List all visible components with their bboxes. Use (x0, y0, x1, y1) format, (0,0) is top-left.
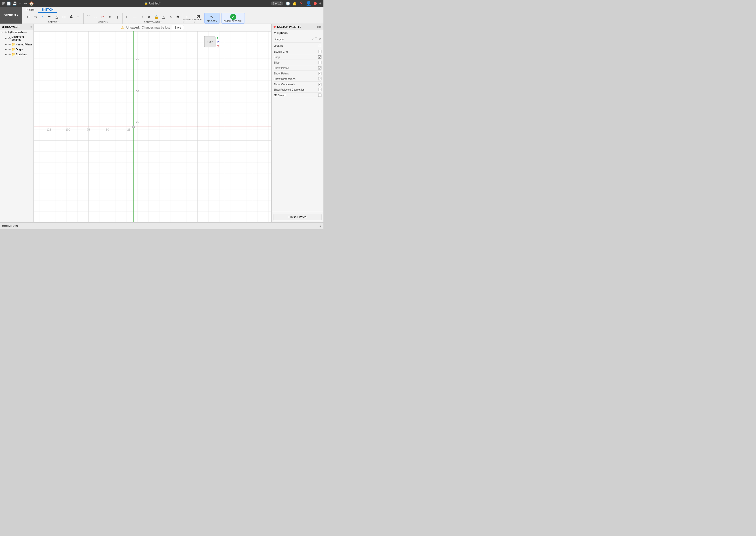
show-profile-row: Show Profile (273, 65, 322, 71)
right-panel: SKETCH PALETTE ▶▶ ▼ Options Linetype < ⌒… (271, 24, 324, 222)
history-icon[interactable]: 🕐 (286, 2, 290, 6)
undo-btn[interactable]: ↩ (18, 1, 22, 6)
show-constraints-row: Show Constraints (273, 82, 322, 87)
line-tool[interactable]: ↩ (24, 14, 32, 20)
comments-add-icon[interactable]: ● (320, 224, 322, 228)
trim-tool[interactable]: ✂ (100, 14, 107, 20)
redo-btn[interactable]: ↪ (23, 1, 27, 6)
tab-sketch[interactable]: SKETCH (38, 7, 57, 13)
spline-tool[interactable]: 〜 (46, 14, 53, 20)
unsaved-bar: ⚠ Unsaved: Changes may be lost Save (34, 24, 271, 31)
sketches-label: Sketches (16, 53, 27, 56)
sketches-expand-icon: ▶ (5, 53, 8, 55)
user-avatar[interactable]: 👤 (306, 1, 311, 6)
sketch-grid-checkbox[interactable] (318, 50, 322, 53)
browser-sketches[interactable]: ▶ 👁 📁 Sketches (0, 52, 34, 57)
snap-checkbox[interactable] (318, 55, 322, 58)
modify-wrapper: ⌒ ⌓ ✂ ⊂ ∫ MODIFY ▾ (85, 14, 121, 23)
help-icon[interactable]: ❓ (299, 2, 303, 6)
tab-form[interactable]: FORM (22, 7, 38, 13)
save-button[interactable]: Save (172, 25, 184, 30)
slice-checkbox[interactable] (318, 61, 322, 64)
look-at-icon[interactable]: ⊡ (319, 44, 322, 48)
sketches-eye-icon[interactable]: 👁 (9, 53, 11, 56)
slot-tool[interactable]: ⊟ (60, 14, 68, 20)
constraints-group: ⊢ — ⊙ ✕ 🔒 △ ○ ✱ CONSTRAINTS ▾ (122, 13, 183, 23)
apps-icon[interactable]: ⊞ (2, 1, 5, 6)
named-views-eye-icon[interactable]: 👁 (9, 43, 11, 46)
new-tab-btn[interactable]: + (319, 1, 322, 6)
design-menu-btn[interactable]: DESIGN ▾ (0, 7, 22, 23)
notifications-icon[interactable]: 🔔 (293, 2, 297, 6)
snap-row: Snap (273, 54, 322, 60)
doc-settings-label: Document Settings (12, 35, 33, 41)
finish-sketch-toolbar-btn[interactable]: ✓ FINISH SKETCH ▾ (222, 13, 245, 23)
browser-root-item[interactable]: ▼ 👁 ⚙ (Unsaved) ● (0, 30, 34, 35)
named-views-folder-icon: 📁 (12, 43, 15, 46)
origin-label: Origin (16, 48, 23, 51)
rectangle-tool[interactable]: ▭ (32, 14, 39, 20)
title-bar-center: 🔒 Untitled* (144, 2, 160, 5)
inspect-wrapper: ⊢ INSPECT ▾ (184, 14, 192, 23)
browser-doc-settings[interactable]: ▶ ⚙ Document Settings (0, 35, 34, 42)
sketch-dimension-tool[interactable]: ⊢ (124, 14, 131, 20)
root-eye-icon[interactable]: 👁 (5, 31, 7, 34)
show-profile-checkbox[interactable] (318, 66, 322, 70)
root-visibility-icon[interactable]: ● (25, 31, 27, 34)
text-tool[interactable]: A (68, 14, 75, 20)
offset-tool[interactable]: ⊂ (107, 14, 113, 20)
view-cube[interactable]: Y Z X TOP (202, 34, 217, 49)
mirror-tool[interactable]: ⇔ (75, 14, 82, 20)
view-cube-svg: Y Z X TOP (202, 34, 219, 51)
title-bar-left: ⊞ 📄 💾 ↩ ↪ 🏠 (2, 1, 34, 6)
title-bar-right: 3 of 10 🕐 🔔 ❓ 👤 + (271, 1, 322, 6)
canvas-area[interactable]: ⚠ Unsaved: Changes may be lost Save (34, 24, 271, 222)
show-projected-checkbox[interactable] (318, 88, 322, 91)
select-toolbar-btn[interactable]: ↖ SELECT ▾ (205, 13, 219, 23)
origin-eye-icon[interactable]: 👁 (9, 48, 11, 51)
linetype-prev-btn[interactable]: < (312, 38, 313, 41)
3d-sketch-checkbox[interactable] (318, 93, 322, 97)
save-icon[interactable]: 💾 (13, 2, 16, 6)
svg-text:-125: -125 (46, 128, 51, 131)
look-at-label: Look At (273, 44, 283, 47)
show-points-checkbox[interactable] (318, 72, 322, 75)
show-dimensions-checkbox[interactable] (318, 77, 322, 81)
root-settings-icon[interactable]: ⚙ (8, 31, 10, 34)
browser-collapse-icon[interactable]: ◀ (2, 25, 4, 29)
slice-label: Slice (273, 61, 279, 64)
select-label: SELECT ▾ (206, 20, 217, 22)
horizontal-tool[interactable]: — (131, 14, 138, 20)
left-panel: ◀ BROWSER ● ▼ 👁 ⚙ (Unsaved) ● ▶ ⚙ Docume… (0, 24, 34, 222)
show-constraints-checkbox[interactable] (318, 83, 322, 86)
palette-collapse-icon[interactable]: ▶▶ (317, 25, 322, 28)
linetype-display: ⌒ (314, 37, 318, 42)
constraints-label: CONSTRAINTS ▾ (144, 21, 162, 23)
browser-origin[interactable]: ▶ 👁 📁 Origin (0, 47, 34, 52)
browser-close-icon[interactable]: ● (30, 25, 32, 28)
home-icon[interactable]: 🏠 (29, 1, 34, 6)
finish-sketch-row: Finish Sketch (271, 212, 324, 222)
warning-icon: ⚠ (121, 25, 124, 29)
fillet-tool[interactable]: ⌓ (92, 14, 99, 20)
equal-tool[interactable]: △ (160, 14, 167, 20)
circle-tool[interactable]: ○ (39, 14, 46, 20)
browser-label: BROWSER (5, 25, 19, 28)
finish-sketch-palette-btn[interactable]: Finish Sketch (273, 214, 322, 220)
window-close-btn[interactable] (314, 2, 317, 5)
arc-tool[interactable]: ⌒ (85, 14, 92, 20)
insert-wrapper: 🖼 INSERT ▾ (195, 14, 202, 23)
insert-group: 🖼 INSERT ▾ (193, 13, 204, 23)
vertical-tool[interactable]: ⊙ (139, 14, 145, 20)
concentric-tool[interactable]: ✱ (174, 14, 181, 20)
lock-tool[interactable]: 🔒 (153, 14, 160, 20)
linetype-next-btn[interactable]: ↺ (319, 38, 322, 41)
options-header[interactable]: ▼ Options (273, 31, 322, 35)
coincident-tool[interactable]: ✕ (145, 14, 152, 20)
tangent-tool[interactable]: ○ (167, 14, 174, 20)
project-tool[interactable]: ∫ (114, 14, 121, 20)
root-label: (Unsaved) (10, 31, 23, 34)
file-icon[interactable]: 📄 (7, 2, 11, 6)
browser-named-views[interactable]: ▶ 👁 📁 Named Views (0, 42, 34, 47)
polygon-tool[interactable]: △ (53, 14, 60, 20)
